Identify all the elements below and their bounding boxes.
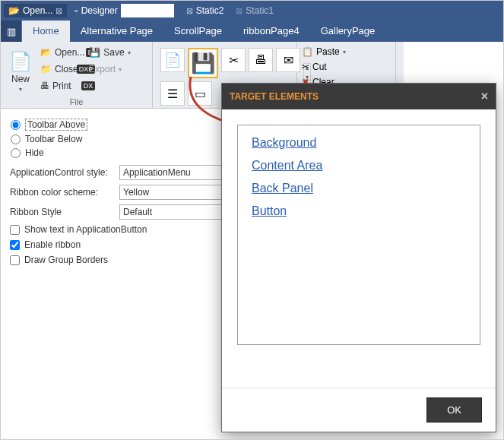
gallery-item[interactable]: 📄 — [160, 48, 185, 72]
title-tab-label: Open... — [23, 5, 52, 16]
checkbox[interactable] — [10, 240, 20, 250]
dialog-titlebar: TARGET ELEMENTS × — [222, 84, 496, 109]
chevron-down-icon: ▾ — [19, 86, 22, 93]
folder-close-icon: 📁 — [40, 64, 52, 74]
radio-label: Toolbar Below — [25, 134, 82, 144]
dialog-title-text: TARGET ELEMENTS — [230, 91, 319, 102]
title-bar: 📂 Open... ⊠ ▫ Designer ⊠ Static2 ⊠ Stati… — [1, 1, 503, 21]
check-label: Draw Group Borders — [24, 255, 108, 265]
chevron-down-icon: ▾ — [119, 66, 122, 73]
radio-hide[interactable]: Hide — [11, 146, 227, 160]
title-tab-label: Static1 — [246, 5, 274, 16]
export-button[interactable]: Export ▾ — [89, 62, 130, 77]
radio-toolbar-below[interactable]: Toolbar Below — [11, 132, 227, 146]
tab-scrollpage[interactable]: ScrollPage — [163, 21, 233, 42]
check-enable-ribbon[interactable]: Enable ribbon — [10, 239, 227, 250]
mail-icon: ✉ — [284, 53, 293, 68]
radio-input[interactable] — [11, 120, 21, 130]
save-icon: 💾 — [191, 52, 215, 75]
export-label: Export — [89, 64, 116, 74]
page-icon: ▭ — [195, 87, 206, 101]
gallery-item-save[interactable]: 💾 — [188, 48, 218, 78]
group-label: File — [1, 97, 152, 106]
target-link-back-panel[interactable]: Back Panel — [252, 182, 466, 195]
close-icon[interactable]: ⊠ — [55, 6, 62, 16]
close-label: Close — [55, 64, 78, 74]
check-show-text[interactable]: Show text in ApplicationButton — [10, 224, 227, 235]
radio-input[interactable] — [11, 135, 21, 144]
new-label: New — [11, 74, 30, 84]
cut-button[interactable]: ✂ Cut — [302, 60, 391, 74]
close-icon: ⊠ — [236, 6, 242, 16]
close-icon[interactable]: × — [481, 90, 488, 103]
paste-icon: 📋 — [302, 46, 313, 57]
scissors-icon: ✂ — [302, 62, 309, 72]
target-list: Background Content Area Back Panel Butto… — [237, 125, 480, 345]
target-elements-dialog: TARGET ELEMENTS × Background Content Are… — [221, 83, 496, 432]
document-icon: 📄 — [9, 51, 32, 72]
page-icon: ▫ — [74, 5, 78, 16]
app-style-label: ApplicationControl style: — [10, 167, 119, 178]
checkbox[interactable] — [10, 225, 20, 235]
ok-button[interactable]: OK — [426, 397, 482, 423]
tab-ribbonpage4[interactable]: ribbonPage4 — [233, 21, 310, 42]
target-link-content-area[interactable]: Content Area — [252, 159, 466, 173]
menu-icon: ▥ — [7, 26, 16, 37]
paste-button[interactable]: 📋 Paste ▾ — [302, 45, 391, 59]
open-label: Open... — [55, 47, 84, 58]
close-icon: ⊠ — [186, 6, 193, 16]
ribbon-style-select[interactable]: Default — [119, 204, 227, 220]
radio-label: Hide — [25, 147, 44, 158]
gallery-item[interactable]: 🖶 — [249, 48, 273, 72]
options-panel: Toolbar Above Toolbar Below Hide Applica… — [1, 109, 236, 273]
radio-input[interactable] — [11, 148, 21, 158]
save-label: Save — [103, 47, 124, 58]
color-scheme-select[interactable]: Yellow — [119, 185, 227, 200]
close-button[interactable]: 📁 Close DXP — [40, 62, 84, 77]
gallery-item[interactable]: ✂ — [221, 48, 246, 72]
check-label: Enable ribbon — [24, 239, 81, 250]
print-label: Print — [52, 81, 71, 91]
tab-gallerypage[interactable]: GalleryPage — [310, 21, 386, 42]
title-tab-label: Static2 — [196, 5, 224, 16]
target-link-button[interactable]: Button — [252, 204, 466, 218]
key-hint: DX — [81, 81, 96, 90]
checkbox[interactable] — [10, 255, 20, 265]
new-button[interactable]: 📄 New ▾ — [5, 45, 36, 98]
title-tab-static2[interactable]: ⊠ Static2 — [182, 4, 229, 17]
title-tab-static1[interactable]: ⊠ Static1 — [231, 4, 278, 17]
printer-icon: 🖶 — [40, 81, 49, 91]
radio-toolbar-above[interactable]: Toolbar Above — [11, 117, 227, 132]
save-icon: 💾 — [89, 47, 100, 58]
app-menu-button[interactable]: ▥ — [1, 21, 22, 42]
list-icon: ☰ — [167, 87, 178, 101]
target-link-background[interactable]: Background — [252, 136, 466, 150]
radio-label: Toolbar Above — [25, 119, 87, 131]
tab-home[interactable]: Home — [22, 21, 70, 42]
ribbon-tab-strip: ▥ Home Alternative Page ScrollPage ribbo… — [1, 21, 503, 42]
title-tab-open[interactable]: 📂 Open... ⊠ — [4, 4, 67, 17]
chevron-down-icon: ▾ — [343, 49, 346, 55]
print-icon: 🖶 — [255, 53, 267, 67]
ribbon-style-label: Ribbon Style — [10, 207, 119, 217]
cut-label: Cut — [312, 62, 327, 72]
designer-input[interactable] — [121, 4, 174, 17]
open-button[interactable]: 📂 Open... D — [40, 45, 84, 60]
title-tab-designer[interactable]: ▫ Designer — [70, 2, 178, 19]
folder-icon: 📂 — [8, 5, 20, 16]
app-style-select[interactable]: ApplicationMenu — [119, 165, 227, 180]
check-draw-borders[interactable]: Draw Group Borders — [10, 255, 227, 265]
color-scheme-label: Ribbon color scheme: — [10, 187, 119, 198]
print-button[interactable]: 🖶 Print DX — [40, 78, 84, 93]
paste-label: Paste — [316, 46, 340, 57]
title-tab-label: Designer — [81, 5, 118, 16]
check-label: Show text in ApplicationButton — [24, 224, 147, 235]
tab-alternative-page[interactable]: Alternative Page — [70, 21, 163, 42]
doc-icon: 📄 — [164, 52, 181, 68]
gallery-item[interactable]: ▭ — [188, 81, 212, 106]
gallery-item[interactable]: ☰ — [160, 81, 185, 106]
save-button[interactable]: 💾 Save ▾ — [89, 45, 130, 60]
folder-open-icon: 📂 — [40, 47, 52, 58]
cut-icon: ✂ — [229, 53, 239, 68]
chevron-down-icon: ▾ — [128, 49, 131, 56]
